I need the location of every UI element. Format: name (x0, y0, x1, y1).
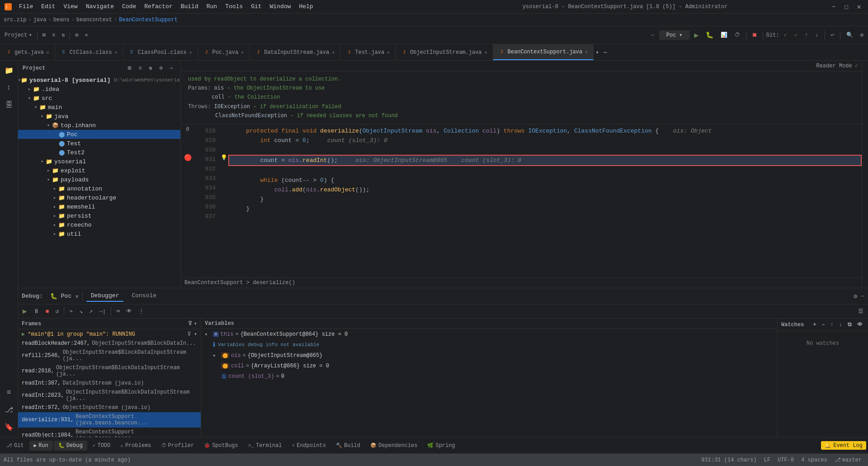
tree-item-topinhann[interactable]: ▾ 📦 top.inhann (18, 121, 180, 130)
toolbar-back-btn[interactable]: ← (649, 31, 657, 40)
git-check-btn[interactable]: ✓ (781, 30, 790, 40)
bottom-tab-build[interactable]: 🔨 Build (331, 441, 365, 451)
tree-item-test2[interactable]: ▸ ⬤ Test2 (18, 148, 180, 157)
menu-tools[interactable]: Tools (222, 2, 246, 11)
bottom-tab-run[interactable]: ▶ Run (29, 441, 53, 451)
debug-stepout-btn[interactable]: ↗ (86, 306, 95, 316)
debug-resume-btn[interactable]: ▶ (20, 305, 30, 317)
bottom-tab-profiler[interactable]: ⏱ Profiler (157, 441, 199, 451)
tab-close-classpool[interactable]: ✕ (189, 50, 192, 55)
tree-item-persist[interactable]: ▸ 📁 persist (18, 211, 180, 220)
git-pull-btn[interactable]: ↓ (812, 31, 821, 40)
thread-item-main[interactable]: ▶ *main*@1 in group "main": RUNNING ⊽ ▾ (18, 329, 201, 339)
tab-close-ctclass[interactable]: ✕ (114, 50, 117, 55)
bottom-tab-debug[interactable]: 🐛 Debug (54, 441, 87, 451)
settings-btn[interactable]: ⚙ (858, 30, 866, 40)
close-button[interactable]: ✕ (854, 1, 864, 12)
debug-stepover-btn[interactable]: ↷ (66, 306, 75, 316)
menu-navigate[interactable]: Navigate (82, 2, 118, 11)
frame-refill[interactable]: refill:2546, ObjectInputStream$BlockData… (18, 348, 201, 363)
watches-add-btn[interactable]: + (811, 321, 818, 329)
toolbar-sort-btn[interactable]: ⇅ (59, 30, 67, 40)
tree-item-headertoolarge[interactable]: ▸ 📁 headertoolarge (18, 193, 180, 202)
status-encoding[interactable]: UTF-8 (775, 457, 797, 463)
breadcrumb-part-beancontext[interactable]: beancontext (76, 17, 112, 23)
tab-beancontextsupport[interactable]: J BeanContextSupport.java ✕ (493, 44, 594, 60)
breadcrumb-part-java[interactable]: java (33, 17, 47, 23)
tree-item-rceecho[interactable]: ▸ 📁 rceecho (18, 220, 180, 229)
breadcrumb-part-class[interactable]: BeanContextSupport (119, 17, 178, 23)
frame-readint972[interactable]: readInt:972, ObjectInputStream (java.io) (18, 403, 201, 412)
sidebar-collapse-btn[interactable]: ≡ (136, 63, 144, 73)
status-position[interactable]: 931:31 (14 chars) (698, 457, 759, 463)
project-widget[interactable]: Project ▾ (2, 30, 35, 40)
toolbar-layout-btn[interactable]: ⊞ (40, 30, 48, 40)
reader-mode-label[interactable]: Reader Mode (816, 63, 852, 69)
profiler-btn[interactable]: ⏱ (732, 30, 743, 40)
menu-run[interactable]: Run (203, 2, 221, 11)
tree-item-main[interactable]: ▾ 📁 main (18, 103, 180, 112)
debug-config-close[interactable]: ✕ (75, 293, 79, 300)
tree-item-java[interactable]: ▾ 📁 java (18, 112, 180, 121)
status-lf[interactable]: LF (761, 457, 773, 463)
maximize-button[interactable]: ☐ (841, 1, 852, 12)
left-icon-bookmarks[interactable]: 🔖 (1, 419, 17, 435)
debug-rerun-btn[interactable]: ↺ (52, 306, 61, 316)
toolbar-settings-btn[interactable]: ⚙ (72, 30, 81, 40)
tab-close-poc[interactable]: ✕ (241, 50, 244, 55)
left-icon-structure[interactable]: ≡ (1, 385, 17, 401)
debug-settings-btn[interactable]: ⚙ (854, 293, 857, 300)
tab-settings-btn[interactable]: ⋯ (601, 49, 610, 56)
debug-morebtn[interactable]: ⋮ (136, 306, 147, 316)
watches-copy-btn[interactable]: ⧉ (846, 321, 854, 329)
tab-objectinputstream[interactable]: J ObjectInputStream.java ✕ (396, 44, 493, 60)
bottom-tab-endpoints[interactable]: ⚡ Endpoints (288, 441, 330, 451)
tab-close-objectinputstream[interactable]: ✕ (485, 50, 487, 55)
menu-build[interactable]: Build (177, 2, 202, 11)
bottom-tab-terminal[interactable]: >_ Terminal (244, 441, 287, 451)
tab-ctclass[interactable]: C CtClass.class ✕ (55, 44, 123, 60)
frame-deserialize[interactable]: deserialize:931, BeanContextSupport (jav… (18, 412, 201, 428)
bottom-tab-spring[interactable]: 🌿 Spring (423, 441, 459, 451)
git-push-btn[interactable]: ↑ (802, 31, 811, 40)
debug-runtocursor-btn[interactable]: →| (96, 307, 109, 316)
undo-btn[interactable]: ↩ (828, 30, 837, 40)
tab-classpool[interactable]: C ClassPool.class ✕ (123, 44, 198, 60)
tree-item-root[interactable]: ▾ 📁 ysoserial-8 [ysoserial] D:\win\WebPe… (18, 76, 180, 85)
debug-stop-btn[interactable]: ■ (43, 307, 52, 316)
frame-readobject[interactable]: readObject:1084, BeanContextSupport (jav… (18, 428, 201, 437)
code-content[interactable]: protected final void deserialize(ObjectI… (228, 124, 862, 277)
tab-gets-java[interactable]: J gets.java ✕ (0, 44, 55, 60)
frame-readint387[interactable]: readInt:387, DataInputStream (java.io) (18, 379, 201, 388)
menu-edit[interactable]: Edit (38, 2, 59, 11)
debug-watch-btn[interactable]: 👁 (123, 307, 135, 316)
tab-datainputstream[interactable]: J DataInputStream.java ✕ (250, 44, 340, 60)
tab-close-beancontextsupport[interactable]: ✕ (585, 49, 588, 55)
watches-up-btn[interactable]: ↑ (829, 321, 835, 329)
tab-overflow-btn[interactable]: ▾ (595, 49, 599, 56)
sidebar-close-btn[interactable]: – (167, 63, 176, 73)
bottom-tab-eventlog[interactable]: 🔔 Event Log (821, 441, 866, 450)
run-btn[interactable]: ▶ (692, 29, 702, 41)
debug-stepinto-btn[interactable]: ↘ (76, 306, 85, 316)
toolbar-close-btn[interactable]: ✕ (82, 30, 91, 40)
var-expand-ois[interactable]: ▸ (213, 352, 219, 359)
tree-item-exploit[interactable]: ▸ 📁 exploit (18, 166, 180, 175)
left-icon-database[interactable]: 🗄 (1, 97, 17, 113)
debug-minimize-btn[interactable]: – (861, 293, 864, 300)
bottom-tab-spotbugs[interactable]: 🐞 SpotBugs (199, 441, 243, 451)
thread-filter-icon[interactable]: ⊽ (187, 331, 191, 338)
debug-gutter-931[interactable]: 💡 (219, 153, 228, 162)
bottom-tab-todo[interactable]: ✓ TODO (88, 441, 115, 451)
tree-item-src[interactable]: ▾ 📁 src (18, 94, 180, 103)
menu-file[interactable]: File (15, 2, 37, 11)
frames-filter-btn[interactable]: ⊽ (188, 320, 192, 327)
sidebar-layout-btn[interactable]: ⊞ (125, 63, 134, 73)
minimize-button[interactable]: – (828, 1, 839, 12)
menu-code[interactable]: Code (118, 2, 140, 11)
sidebar-settings-btn[interactable]: ⚙ (157, 63, 165, 73)
status-branch[interactable]: ⎇ master (832, 456, 864, 463)
debug-tab-debugger[interactable]: Debugger (86, 290, 123, 302)
breadcrumb-part-beans[interactable]: beans (53, 17, 70, 23)
watches-eye-btn[interactable]: 👁 (855, 320, 864, 329)
